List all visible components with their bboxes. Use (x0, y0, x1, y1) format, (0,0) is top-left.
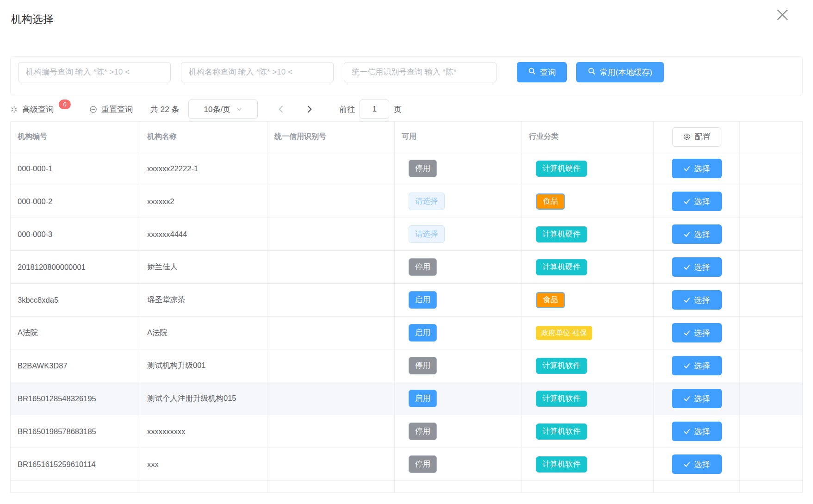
org-name-cell: A法院 (140, 317, 267, 349)
config-button-label: 配置 (695, 131, 711, 142)
table-row: 000-000-1 xxxxxx22222-1 停用 计算机硬件 选择 (11, 152, 803, 185)
org-name-cell: xxxxxx22222-1 (140, 152, 267, 185)
status-badge[interactable]: 启用 (409, 324, 437, 342)
check-icon (683, 297, 690, 304)
org-code-cell: 000-000-1 (11, 152, 140, 185)
org-code-cell: 3kbcc8xda5 (11, 284, 140, 316)
select-button[interactable]: 选择 (672, 257, 722, 277)
credit-code-cell (267, 284, 395, 316)
industry-tag[interactable]: 计算机软件 (536, 456, 587, 473)
page-title: 机构选择 (11, 12, 54, 26)
page-size-value: 10条/页 (204, 104, 231, 115)
filter-panel: 查询 常用(本地缓存) (10, 56, 803, 95)
advanced-query-label: 高级查询 (22, 104, 54, 115)
org-name-cell: 测试机构升级001 (140, 349, 267, 382)
select-button-label: 选择 (694, 361, 710, 371)
chevron-right-icon (309, 106, 311, 112)
credit-code-cell (267, 218, 395, 250)
industry-tag[interactable]: 食品 (536, 292, 565, 308)
industry-tag[interactable]: 计算机软件 (536, 391, 587, 407)
select-button[interactable]: 选择 (672, 356, 722, 375)
industry-tag[interactable]: 计算机软件 (536, 358, 587, 374)
org-name-cell: xxxxxxxxxx (140, 415, 267, 448)
page-size-select[interactable]: 10条/页 (188, 100, 258, 119)
credit-code-cell (267, 251, 395, 283)
header-available: 可用 (395, 122, 522, 152)
select-button-label: 选择 (694, 426, 710, 437)
credit-code-cell (267, 415, 395, 448)
search-icon (528, 67, 536, 77)
next-page-button[interactable] (301, 101, 318, 118)
check-icon (683, 461, 690, 468)
credit-code-search-input[interactable] (344, 62, 496, 82)
status-badge[interactable]: 请选择 (409, 193, 445, 210)
org-name-cell: xxxxxx4444 (140, 218, 267, 250)
select-button-label: 选择 (694, 196, 710, 207)
close-icon[interactable] (774, 6, 791, 23)
org-code-cell: BR1650128548326195 (11, 382, 140, 415)
org-name-cell: 娇兰佳人 (140, 251, 267, 283)
status-badge[interactable]: 停用 (409, 258, 437, 276)
goto-page-suffix: 页 (394, 104, 402, 115)
credit-code-cell (267, 185, 395, 218)
status-badge[interactable]: 启用 (409, 291, 437, 309)
industry-tag[interactable]: 计算机硬件 (536, 161, 587, 177)
search-icon (588, 67, 596, 77)
status-badge[interactable]: 启用 (409, 390, 437, 407)
query-button[interactable]: 查询 (517, 62, 567, 82)
org-name-cell: 测试个人注册升级机构015 (140, 382, 267, 415)
status-badge[interactable]: 停用 (409, 160, 437, 177)
organization-select-modal: 机构选择 查询 常用(本地缓存) 高级查询 0 (0, 0, 813, 504)
org-name-search-input[interactable] (181, 62, 334, 82)
reset-query-button[interactable]: 重置查询 (89, 104, 133, 115)
table-row: A法院 A法院 启用 政府单位-社保 选择 (11, 317, 803, 349)
status-badge[interactable]: 停用 (409, 423, 437, 440)
select-button-label: 选择 (694, 262, 710, 273)
org-code-search-input[interactable] (18, 62, 171, 82)
table-row: 000-000-3 xxxxxx4444 请选择 计算机硬件 选择 (11, 218, 803, 251)
industry-tag[interactable]: 食品 (536, 193, 565, 210)
select-button[interactable]: 选择 (672, 224, 722, 244)
prev-page-button[interactable] (273, 101, 289, 118)
select-button-label: 选择 (694, 328, 710, 338)
industry-tag[interactable]: 计算机软件 (536, 423, 587, 440)
toolbar: 高级查询 0 重置查询 共 22 条 10条/页 前往 页 (10, 99, 803, 119)
select-button[interactable]: 选择 (672, 389, 722, 408)
industry-tag[interactable]: 政府单位-社保 (536, 326, 592, 340)
industry-tag[interactable]: 计算机硬件 (536, 226, 587, 243)
org-name-cell: 瑶圣堂凉茶 (140, 284, 267, 316)
select-button[interactable]: 选择 (672, 192, 722, 211)
org-code-cell: BR1650198578683185 (11, 415, 140, 448)
select-button[interactable]: 选择 (672, 159, 722, 178)
table-row: 2018120800000001 娇兰佳人 停用 计算机硬件 选择 (11, 251, 803, 284)
credit-code-cell (267, 349, 395, 382)
header-org-name: 机构名称 (140, 122, 267, 152)
table-row: B2BAWK3D87 测试机构升级001 停用 计算机软件 选择 (11, 349, 803, 382)
check-icon (683, 428, 690, 435)
table-row: BR1650198578683185 xxxxxxxxxx 停用 计算机软件 选… (11, 415, 803, 448)
status-badge[interactable]: 停用 (409, 455, 437, 473)
frequently-used-cache-button[interactable]: 常用(本地缓存) (576, 62, 664, 82)
gear-icon (683, 133, 691, 141)
cache-button-label: 常用(本地缓存) (600, 67, 652, 78)
goto-page-prefix: 前往 (339, 104, 355, 115)
table-row: 000-000-2 xxxxxx2 请选择 食品 选择 (11, 185, 803, 218)
select-button[interactable]: 选择 (672, 290, 722, 310)
advanced-query-button[interactable]: 高级查询 0 (10, 104, 71, 115)
select-button[interactable]: 选择 (672, 323, 722, 342)
status-badge[interactable]: 停用 (409, 357, 437, 374)
status-badge[interactable]: 请选择 (409, 225, 445, 243)
select-button-label: 选择 (694, 393, 710, 404)
config-button[interactable]: 配置 (672, 127, 721, 147)
sparkle-icon (10, 106, 18, 113)
check-icon (683, 395, 690, 402)
credit-code-cell (267, 152, 395, 185)
credit-code-cell (267, 448, 395, 480)
goto-page-input[interactable] (360, 100, 389, 119)
query-button-label: 查询 (540, 67, 556, 78)
header-credit-code: 统一信用识别号 (267, 122, 395, 152)
select-button[interactable]: 选择 (672, 422, 722, 441)
industry-tag[interactable]: 计算机硬件 (536, 259, 587, 275)
select-button[interactable]: 选择 (672, 454, 722, 474)
org-code-cell: B2BAWK3D87 (11, 349, 140, 382)
